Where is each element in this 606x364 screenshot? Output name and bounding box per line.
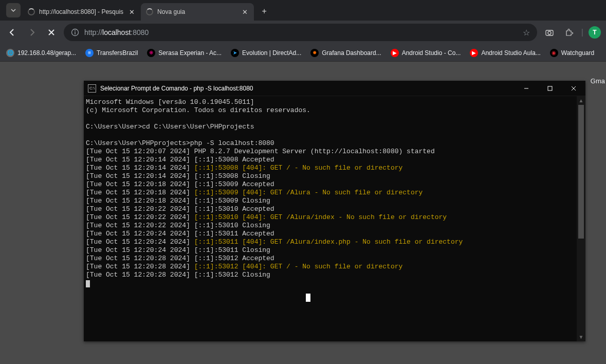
chevron-down-icon: [10, 7, 16, 13]
bookmark-item[interactable]: 🌐192.168.0.48/gerap...: [6, 49, 76, 57]
bookmark-label: 192.168.0.48/gerap...: [17, 49, 76, 57]
bookmark-favicon-icon: ≡: [85, 49, 94, 57]
new-tab-button[interactable]: +: [257, 4, 271, 19]
loading-spinner-icon: [146, 8, 153, 15]
bookmark-favicon-icon: ◉: [550, 49, 558, 57]
browser-tab[interactable]: Nova guia ✕: [141, 3, 254, 21]
address-bar[interactable]: http://localhost:8080 ☆: [64, 24, 537, 41]
arrow-right-icon: [27, 28, 36, 37]
bookmark-favicon-icon: ✹: [310, 49, 319, 57]
cmd-icon: C:\: [88, 84, 96, 93]
puzzle-icon: [564, 28, 574, 37]
bookmark-item[interactable]: ▶Android Studio Aula...: [470, 49, 540, 57]
toolbar-right-icons: | T: [542, 25, 601, 40]
svg-rect-2: [75, 32, 75, 34]
close-icon: [48, 29, 55, 36]
page-content: Gma C:\ Selecionar Prompt de Comando - p…: [0, 62, 606, 364]
bookmark-label: Evolution | DirectAd...: [242, 49, 301, 57]
svg-rect-5: [548, 86, 552, 90]
browser-toolbar: http://localhost:8080 ☆ | T: [0, 21, 606, 44]
tab-title: Nova guia: [157, 8, 236, 15]
minimize-button[interactable]: [515, 81, 538, 96]
bookmark-favicon-icon: ▶: [470, 49, 478, 57]
window-titlebar[interactable]: C:\ Selecionar Prompt de Comando - php -…: [84, 81, 585, 96]
browser-tab[interactable]: http://localhost:8080] - Pesquis ✕: [23, 3, 141, 21]
bookmark-item[interactable]: ✹Grafana Dashboard...: [310, 49, 381, 57]
tab-close-button[interactable]: ✕: [241, 8, 249, 16]
terminal-scrollbar[interactable]: ▲ ▼: [577, 96, 585, 341]
minimize-icon: [524, 86, 529, 91]
bookmark-label: Android Studio Aula...: [481, 49, 540, 57]
bookmark-label: Serasa Experian - Ac...: [158, 49, 222, 57]
stop-button[interactable]: [44, 25, 59, 40]
extensions-button[interactable]: [562, 25, 576, 40]
window-title: Selecionar Prompt de Comando - php -S lo…: [100, 85, 515, 92]
selection-cursor: [306, 294, 310, 302]
svg-point-4: [548, 31, 551, 34]
lens-button[interactable]: [542, 25, 557, 40]
back-button[interactable]: [5, 25, 20, 40]
terminal-output[interactable]: Microsoft Windows [versão 10.0.19045.501…: [84, 96, 577, 341]
camera-icon: [545, 28, 554, 37]
bookmark-favicon-icon: ❋: [147, 49, 155, 57]
gmail-link[interactable]: Gma: [591, 77, 606, 85]
bookmark-label: TransfersBrazil: [97, 49, 138, 57]
command-prompt-window: C:\ Selecionar Prompt de Comando - php -…: [84, 81, 585, 341]
forward-button[interactable]: [25, 25, 39, 40]
bookmark-item[interactable]: ≡TransfersBrazil: [85, 49, 138, 57]
scroll-up-icon[interactable]: ▲: [577, 96, 585, 105]
bookmark-favicon-icon: ▶: [391, 49, 399, 57]
bookmark-star-button[interactable]: ☆: [523, 28, 530, 38]
tab-search-button[interactable]: [6, 3, 21, 17]
bookmark-item[interactable]: ➤Evolution | DirectAd...: [231, 49, 301, 57]
bookmark-item[interactable]: ❋Serasa Experian - Ac...: [147, 49, 222, 57]
window-close-button[interactable]: [562, 81, 585, 96]
tab-title: http://localhost:8080] - Pesquis: [39, 8, 123, 15]
profile-avatar[interactable]: T: [589, 26, 601, 39]
bookmarks-bar: 🌐192.168.0.48/gerap...≡TransfersBrazil❋S…: [0, 44, 606, 62]
bookmark-item[interactable]: ◉Watchguard: [550, 49, 594, 57]
bookmark-favicon-icon: ➤: [231, 49, 239, 57]
bookmark-item[interactable]: ▶Android Studio - Co...: [391, 49, 461, 57]
site-info-icon[interactable]: [71, 28, 79, 37]
bookmark-favicon-icon: 🌐: [6, 49, 14, 57]
maximize-icon: [547, 86, 553, 91]
scrollbar-thumb[interactable]: [578, 105, 584, 239]
window-controls: [515, 81, 585, 96]
close-icon: [571, 86, 576, 91]
terminal-body: Microsoft Windows [versão 10.0.19045.501…: [84, 96, 585, 341]
maximize-button[interactable]: [538, 81, 562, 96]
tab-close-button[interactable]: ✕: [127, 8, 136, 16]
loading-spinner-icon: [28, 8, 35, 15]
bookmark-label: Watchguard: [561, 49, 594, 57]
arrow-left-icon: [8, 28, 17, 37]
browser-tab-strip: http://localhost:8080] - Pesquis ✕ Nova …: [0, 0, 606, 21]
svg-point-1: [75, 30, 76, 31]
bookmark-label: Grafana Dashboard...: [322, 49, 381, 57]
bookmark-label: Android Studio - Co...: [402, 49, 461, 57]
scroll-down-icon[interactable]: ▼: [577, 333, 585, 341]
url-text: http://localhost:8080: [84, 28, 518, 37]
